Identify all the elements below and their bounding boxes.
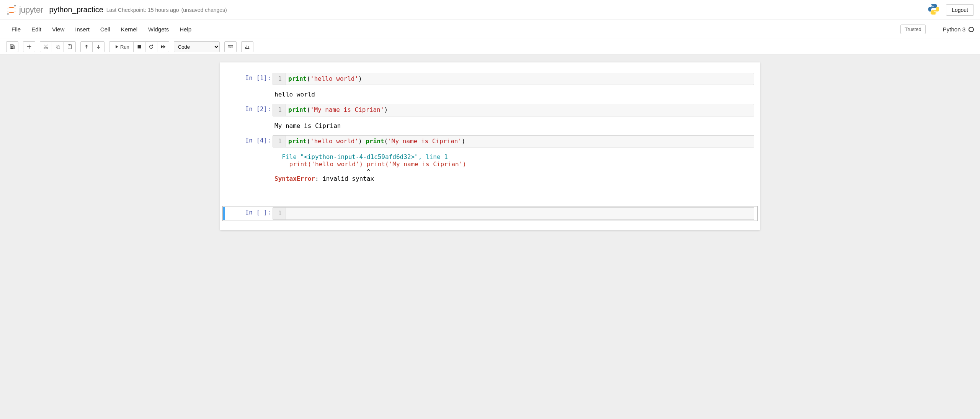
code-input[interactable]: 1 print('My name is Ciprian') xyxy=(273,104,754,116)
fast-forward-icon xyxy=(160,44,166,49)
move-up-button[interactable] xyxy=(80,41,93,52)
command-palette-button[interactable] xyxy=(224,41,237,52)
trusted-badge[interactable]: Trusted xyxy=(900,25,926,34)
checkpoint-status: Last Checkpoint: 15 hours ago xyxy=(106,7,179,13)
plus-icon xyxy=(26,44,32,49)
toolbar: Run Code xyxy=(0,39,980,55)
menu-edit[interactable]: Edit xyxy=(26,24,47,35)
code-content[interactable] xyxy=(286,208,754,219)
run-icon xyxy=(113,44,119,49)
menu-cell[interactable]: Cell xyxy=(95,24,116,35)
cell-error-output: File "<ipython-input-4-d1c59afd6d32>", l… xyxy=(272,150,466,185)
notebook: In [1]: 1 print('hello world') hello wor… xyxy=(220,62,760,230)
input-prompt: In [2]: xyxy=(223,104,273,116)
code-content[interactable]: print('hello world') xyxy=(286,73,754,85)
menu-help[interactable]: Help xyxy=(174,24,197,35)
code-content[interactable]: print('My name is Ciprian') xyxy=(286,104,754,116)
code-input[interactable]: 1 xyxy=(273,207,754,219)
svg-point-3 xyxy=(935,13,936,14)
output-row: hello world xyxy=(222,88,758,101)
restart-run-all-button[interactable] xyxy=(157,41,169,52)
notebook-container: In [1]: 1 print('hello world') hello wor… xyxy=(0,55,980,419)
kernel-status-icon xyxy=(969,27,974,32)
menu-view[interactable]: View xyxy=(47,24,70,35)
code-input[interactable]: 1 print('hello world') xyxy=(273,73,754,85)
svg-point-1 xyxy=(7,13,9,15)
code-cell[interactable]: In [ ]: 1 xyxy=(222,206,758,221)
input-prompt: In [4]: xyxy=(223,135,273,147)
output-row: My name is Ciprian xyxy=(222,119,758,133)
save-button[interactable] xyxy=(6,41,18,52)
code-cell[interactable]: In [1]: 1 print('hello world') xyxy=(222,72,758,86)
svg-rect-9 xyxy=(69,44,70,46)
chart-icon xyxy=(245,44,250,49)
kernel-name: Python 3 xyxy=(943,26,965,33)
arrow-up-icon xyxy=(84,44,89,49)
svg-rect-10 xyxy=(137,45,141,49)
menu-kernel[interactable]: Kernel xyxy=(116,24,143,35)
cell-output: hello world xyxy=(272,88,315,101)
run-label: Run xyxy=(120,44,129,50)
chart-button[interactable] xyxy=(241,41,253,52)
code-cell[interactable]: In [4]: 1 print('hello world') print('My… xyxy=(222,134,758,149)
menu-insert[interactable]: Insert xyxy=(70,24,95,35)
svg-point-0 xyxy=(14,5,16,6)
jupyter-logo[interactable]: jupyter xyxy=(6,5,43,15)
code-input[interactable]: 1 print('hello world') print('My name is… xyxy=(273,135,754,147)
move-down-button[interactable] xyxy=(92,41,105,52)
line-gutter: 1 xyxy=(273,73,286,85)
notebook-name[interactable]: python_practice xyxy=(49,5,103,14)
cut-button[interactable] xyxy=(40,41,52,52)
code-content[interactable]: print('hello world') print('My name is C… xyxy=(286,136,754,147)
copy-button[interactable] xyxy=(52,41,64,52)
input-prompt: In [ ]: xyxy=(223,207,273,219)
copy-icon xyxy=(55,44,60,49)
keyboard-icon xyxy=(228,44,233,49)
menu-widgets[interactable]: Widgets xyxy=(143,24,174,35)
code-cell[interactable]: In [2]: 1 print('My name is Ciprian') xyxy=(222,103,758,117)
menu-file[interactable]: File xyxy=(6,24,26,35)
svg-point-2 xyxy=(931,5,933,6)
output-row: File "<ipython-input-4-d1c59afd6d32>", l… xyxy=(222,150,758,185)
cut-icon xyxy=(43,44,49,49)
save-icon xyxy=(10,44,15,49)
svg-rect-7 xyxy=(57,46,60,49)
cell-output: My name is Ciprian xyxy=(272,119,341,133)
jupyter-logo-text: jupyter xyxy=(19,5,43,15)
line-gutter: 1 xyxy=(273,208,286,219)
insert-cell-button[interactable] xyxy=(23,41,35,52)
restart-icon xyxy=(149,44,154,49)
python-icon xyxy=(928,3,940,16)
arrow-down-icon xyxy=(96,44,101,49)
unsaved-status: (unsaved changes) xyxy=(181,7,227,13)
restart-button[interactable] xyxy=(145,41,157,52)
line-gutter: 1 xyxy=(273,104,286,116)
kernel-indicator[interactable]: Python 3 xyxy=(935,26,974,33)
line-gutter: 1 xyxy=(273,136,286,147)
paste-icon xyxy=(67,44,72,49)
notebook-header: jupyter python_practice Last Checkpoint:… xyxy=(0,0,980,20)
run-button[interactable]: Run xyxy=(109,41,134,52)
jupyter-icon xyxy=(6,5,17,15)
paste-button[interactable] xyxy=(64,41,76,52)
stop-icon xyxy=(137,44,142,49)
cell-type-select[interactable]: Code xyxy=(174,41,220,52)
logout-button[interactable]: Logout xyxy=(946,4,974,16)
input-prompt: In [1]: xyxy=(223,73,273,85)
menubar: File Edit View Insert Cell Kernel Widget… xyxy=(0,20,980,39)
interrupt-button[interactable] xyxy=(133,41,145,52)
